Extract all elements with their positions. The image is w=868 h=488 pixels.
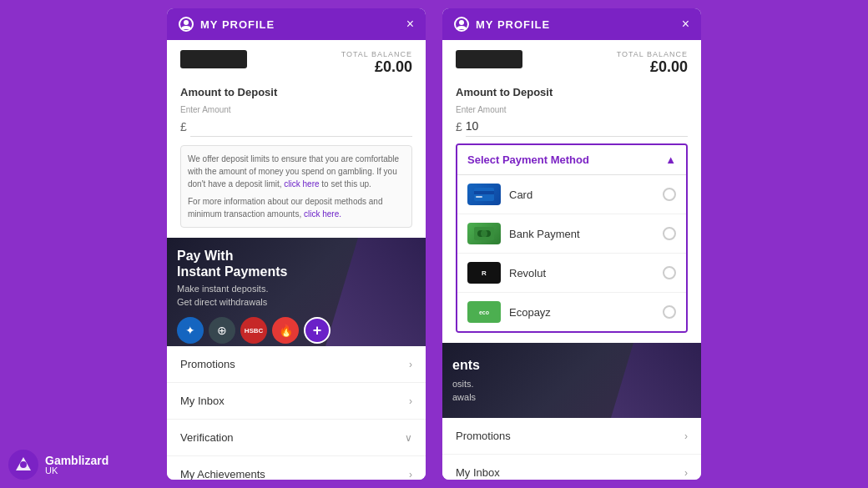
right-panel-content: TOTAL BALANCE £0.00 Amount to Deposit En… xyxy=(442,40,701,343)
icon-firefly: 🔥 xyxy=(272,317,299,344)
left-input-group: Enter Amount £ xyxy=(180,105,412,137)
left-banner-text: Pay With Instant Payments Make instant d… xyxy=(177,248,331,344)
right-header: MY PROFILE × xyxy=(442,8,701,40)
left-input-label: Enter Amount xyxy=(180,105,412,114)
right-amount-prefix: £ xyxy=(456,116,688,137)
left-amount-prefix: £ xyxy=(180,116,412,137)
right-banner-sub2: osits.awals xyxy=(452,378,480,404)
left-menu-promotions[interactable]: Promotions › xyxy=(167,346,426,383)
right-panel: MY PROFILE × TOTAL BALANCE £0.00 Amount … xyxy=(442,8,701,480)
right-menu-inbox-arrow: › xyxy=(684,467,688,479)
right-payment-revolut[interactable]: R Revolut xyxy=(457,254,686,293)
right-dropdown-header[interactable]: Select Payment Method ▲ xyxy=(457,145,686,175)
right-select-payment-label: Select Payment Method xyxy=(467,153,589,166)
right-currency-prefix: £ xyxy=(456,120,462,133)
right-header-left: MY PROFILE xyxy=(454,17,550,32)
right-balance-amount: £0.00 xyxy=(617,58,688,76)
svg-point-1 xyxy=(459,20,464,25)
footer-brand: Gamblizard UK xyxy=(8,450,108,480)
right-ecopayz-icon: eco xyxy=(467,301,501,323)
right-avatar xyxy=(456,50,522,68)
left-menu-promotions-label: Promotions xyxy=(180,358,235,370)
left-banner-bg xyxy=(326,238,426,346)
left-panel-content: TOTAL BALANCE £0.00 Amount to Deposit En… xyxy=(167,40,426,238)
right-card-radio[interactable] xyxy=(663,188,676,201)
right-deposit-section: Amount to Deposit Enter Amount £ Select … xyxy=(456,86,688,333)
left-header: MY PROFILE × xyxy=(167,8,426,40)
right-menu-inbox[interactable]: My Inbox › xyxy=(442,455,701,480)
left-menu-inbox-arrow: › xyxy=(409,395,412,407)
svg-point-0 xyxy=(184,20,189,25)
right-header-title: MY PROFILE xyxy=(476,18,550,31)
svg-point-8 xyxy=(481,230,487,237)
left-click-here-1[interactable]: click here xyxy=(284,179,319,189)
right-input-label: Enter Amount xyxy=(456,105,688,114)
right-bank-icon xyxy=(467,223,501,244)
left-deposit-info: We offer deposit limits to ensure that y… xyxy=(180,145,412,228)
right-payment-bank[interactable]: Bank Payment xyxy=(457,214,686,254)
brand-logo xyxy=(8,450,38,480)
right-balance-info: TOTAL BALANCE £0.00 xyxy=(617,50,688,76)
right-menu-promotions[interactable]: Promotions › xyxy=(442,418,701,455)
brand-text: Gamblizard UK xyxy=(45,455,108,475)
left-info-p1: We offer deposit limits to ensure that y… xyxy=(188,153,405,190)
left-close-button[interactable]: × xyxy=(406,18,414,31)
svg-rect-3 xyxy=(474,191,494,194)
right-banner-text: ents osits.awals xyxy=(452,353,480,404)
right-promo-banner: ents osits.awals xyxy=(442,343,701,418)
right-amount-input[interactable] xyxy=(466,116,688,137)
right-dropdown-arrow-icon: ▲ xyxy=(665,153,676,166)
right-payment-ecopayz[interactable]: eco Ecopayz xyxy=(457,293,686,331)
right-ecopayz-radio[interactable] xyxy=(663,305,676,319)
brand-name: Gamblizard xyxy=(45,455,108,466)
right-card-label: Card xyxy=(509,189,654,201)
left-banner-sub: Make instant deposits. Get direct withdr… xyxy=(177,283,331,309)
user-icon xyxy=(179,17,194,32)
right-revolut-icon: R xyxy=(467,262,501,284)
right-user-icon xyxy=(454,17,469,32)
right-banner-sub-partial: ents xyxy=(452,356,480,375)
left-info-p2: For more information about our deposit m… xyxy=(188,195,405,220)
icon-skrill: ✦ xyxy=(177,317,204,344)
right-balance-row: TOTAL BALANCE £0.00 xyxy=(456,50,688,76)
left-click-here-2[interactable]: click here. xyxy=(304,209,341,219)
brand-suffix: UK xyxy=(45,466,108,475)
left-amount-input[interactable] xyxy=(190,116,412,137)
right-payment-dropdown: Select Payment Method ▲ Card xyxy=(456,143,688,333)
left-menu-promotions-arrow: › xyxy=(409,359,412,370)
icon-hsbc: HSBC xyxy=(240,317,267,344)
left-balance-row: TOTAL BALANCE £0.00 xyxy=(180,50,412,76)
left-avatar xyxy=(180,50,247,68)
left-menu-achievements[interactable]: My Achievements › xyxy=(167,456,426,480)
right-input-group: Enter Amount £ xyxy=(456,105,688,137)
right-banner-bg xyxy=(601,343,701,418)
left-menu-inbox[interactable]: My Inbox › xyxy=(167,383,426,420)
left-promo-banner: Pay With Instant Payments Make instant d… xyxy=(167,238,426,346)
right-card-icon xyxy=(467,184,501,205)
right-total-label: TOTAL BALANCE xyxy=(617,50,688,58)
left-menu-list: Promotions › My Inbox › Verification ∨ M… xyxy=(167,346,426,480)
left-total-label: TOTAL BALANCE xyxy=(341,50,412,58)
right-close-button[interactable]: × xyxy=(682,18,689,31)
left-menu-achievements-label: My Achievements xyxy=(180,468,265,480)
left-deposit-label: Amount to Deposit xyxy=(180,86,412,98)
right-menu-list: Promotions › My Inbox › Verification ∨ M… xyxy=(442,418,701,480)
icon-add[interactable]: + xyxy=(304,317,331,344)
right-menu-inbox-label: My Inbox xyxy=(456,466,500,479)
right-payment-card[interactable]: Card xyxy=(457,175,686,214)
left-header-title: MY PROFILE xyxy=(200,18,275,31)
left-menu-achievements-arrow: › xyxy=(409,469,412,480)
left-header-left: MY PROFILE xyxy=(179,17,275,32)
svg-point-10 xyxy=(20,461,27,468)
right-revolut-radio[interactable] xyxy=(663,266,676,279)
right-ecopayz-label: Ecopayz xyxy=(509,306,654,319)
left-menu-verification-arrow: ∨ xyxy=(405,432,412,444)
left-banner-heading: Pay With Instant Payments xyxy=(177,248,331,279)
right-menu-promotions-label: Promotions xyxy=(456,430,511,442)
right-bank-radio[interactable] xyxy=(663,227,676,240)
left-menu-verification[interactable]: Verification ∨ xyxy=(167,420,426,456)
right-deposit-label: Amount to Deposit xyxy=(456,86,688,98)
left-deposit-section: Amount to Deposit Enter Amount £ We offe… xyxy=(180,86,412,228)
left-panel: MY PROFILE × TOTAL BALANCE £0.00 Amount … xyxy=(167,8,426,480)
left-menu-verification-label: Verification xyxy=(180,431,234,444)
